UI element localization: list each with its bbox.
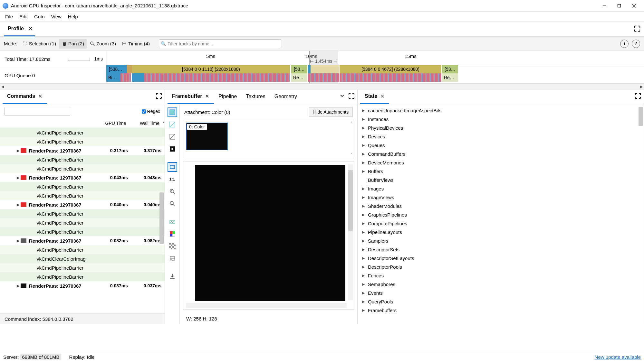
command-row[interactable]: vkCmdPipelineBarrier (0, 128, 165, 137)
profile-tab[interactable]: Profile ✕ (4, 22, 35, 36)
fb-tool-fit[interactable] (168, 162, 177, 172)
help-button[interactable]: ? (632, 40, 640, 48)
state-item[interactable]: ▶Framebuffers (358, 306, 644, 315)
expand-icon[interactable]: ▶ (17, 239, 19, 243)
framebuffer-tab[interactable]: Framebuffer ✕ (168, 89, 214, 104)
menu-help[interactable]: Help (65, 13, 81, 21)
expand-icon[interactable]: ▶ (362, 143, 368, 147)
framebuffer-tab-close-icon[interactable]: ✕ (205, 93, 209, 99)
framebuffer-canvas[interactable] (195, 165, 345, 301)
close-button[interactable] (627, 1, 641, 11)
fb-tool-channels[interactable] (168, 229, 177, 239)
mode-zoom-button[interactable]: Zoom (3) (87, 39, 119, 49)
fb-tool-zoomin[interactable] (168, 187, 177, 196)
expand-icon[interactable]: ▶ (17, 284, 19, 288)
regex-toggle[interactable]: Regex (142, 109, 160, 114)
mode-selection-button[interactable]: Selection (1) (20, 39, 59, 49)
attachment-thumb-0[interactable]: 0: Color (186, 123, 228, 150)
state-scroll-thumb[interactable] (639, 107, 643, 126)
menu-file[interactable]: File (2, 13, 16, 21)
expand-icon[interactable]: ▶ (362, 187, 368, 191)
commands-rows[interactable]: vkCmdPipelineBarriervkCmdPipelineBarrier… (0, 128, 165, 313)
expand-icon[interactable]: ▶ (362, 300, 368, 304)
commands-tab[interactable]: Commands ✕ (3, 89, 47, 104)
filter-tracks-input[interactable] (159, 39, 281, 48)
expand-icon[interactable]: ▶ (362, 108, 368, 113)
geometry-tab[interactable]: Geometry (270, 89, 302, 104)
maximize-button[interactable] (612, 1, 627, 11)
thumbs-scroll-up-icon[interactable]: ˄ (351, 121, 352, 125)
state-item[interactable]: ▶GraphicsPipelines (358, 210, 644, 219)
expand-icon[interactable]: ▶ (362, 126, 368, 130)
expand-icon[interactable]: ▶ (362, 213, 368, 217)
state-item[interactable]: ▶DescriptorSetLayouts (358, 254, 644, 263)
expand-icon[interactable]: ▶ (362, 195, 368, 200)
seg-e-header[interactable]: [538... (442, 65, 458, 73)
state-item[interactable]: ▶DeviceMemories (358, 158, 644, 167)
seg-a-header[interactable]: [5384 0... (106, 65, 127, 73)
thumbs-scroll-down-icon[interactable]: ˅ (351, 153, 352, 157)
expand-icon[interactable]: ▶ (362, 265, 368, 269)
expand-icon[interactable]: ▶ (17, 203, 19, 207)
state-item[interactable]: ▶Devices (358, 132, 644, 141)
fb-tool-depth[interactable] (168, 144, 177, 154)
commands-scroll-thumb[interactable] (159, 192, 164, 244)
state-tab[interactable]: State ✕ (360, 89, 389, 104)
expand-icon[interactable]: ▶ (362, 117, 368, 121)
seg-gap1[interactable] (127, 65, 132, 73)
seg-c-sub[interactable]: Render (291, 73, 307, 82)
info-button[interactable]: i (620, 40, 629, 48)
expand-panel-icon[interactable] (634, 25, 641, 32)
pipeline-tab[interactable]: Pipeline (214, 89, 241, 104)
expand-icon[interactable]: ▶ (362, 204, 368, 208)
gpu-queue-row[interactable]: GPU Queue 0 (0, 67, 106, 83)
profile-tab-close-icon[interactable]: ✕ (28, 25, 33, 32)
col-gpu-time[interactable]: GPU Time (94, 121, 129, 126)
fb-vscroll-thumb[interactable] (348, 170, 353, 231)
menu-edit[interactable]: Edit (16, 13, 31, 21)
state-item[interactable]: ▶Events (358, 289, 644, 297)
expand-icon[interactable]: ▶ (362, 239, 368, 243)
command-row[interactable]: vkCmdPipelineBarrier (0, 209, 165, 218)
state-item[interactable]: ▶ImageViews (358, 193, 644, 202)
state-item[interactable]: ▶cachedUnpackedImageAspectBits (358, 106, 644, 115)
state-item[interactable]: ▶PhysicalDevices (358, 124, 644, 132)
command-row[interactable]: vkCmdPipelineBarrier (0, 191, 165, 200)
seg-b-header[interactable]: [5384 0 0 1110] (2280x1080) (132, 65, 290, 73)
fb-tool-save[interactable] (168, 272, 177, 281)
mode-pan-button[interactable]: Pan (2) (59, 39, 87, 49)
seg-a-sub[interactable]: Binn... (106, 73, 120, 82)
mode-timing-button[interactable]: Timing (4) (119, 39, 152, 49)
commands-expand-icon[interactable] (156, 93, 162, 99)
state-item[interactable]: ▶ComputePipelines (358, 219, 644, 228)
fb-tool-actual[interactable]: 1:1 (168, 174, 177, 184)
command-row[interactable]: vkCmdPipelineBarrier (0, 155, 165, 164)
expand-icon[interactable]: ▶ (17, 176, 19, 180)
framebuffer-expand-icon[interactable] (348, 93, 355, 99)
seg-b-stripes[interactable] (144, 73, 290, 82)
fb-tool-histogram[interactable] (168, 217, 177, 227)
seg-e-sub[interactable]: Render (442, 73, 458, 82)
command-row[interactable]: vkCmdPipelineBarrier (0, 164, 165, 173)
command-row[interactable]: vkCmdPipelineBarrier (0, 137, 165, 146)
scroll-right-icon[interactable]: ▶ (640, 85, 643, 89)
state-item[interactable]: ▶Samplers (358, 237, 644, 245)
seg-d-header[interactable]: [5384 0 0 4672] (2280x1080) (340, 65, 441, 73)
expand-icon[interactable]: ▶ (362, 291, 368, 295)
state-item[interactable]: ▶DescriptorSets (358, 245, 644, 254)
seg-a-stripe[interactable] (120, 73, 127, 82)
expand-icon[interactable]: ▶ (362, 274, 368, 278)
expand-icon[interactable]: ▶ (362, 247, 368, 252)
commands-search-input[interactable] (5, 107, 70, 116)
regex-checkbox[interactable] (142, 109, 146, 114)
seg-g2b[interactable] (308, 73, 339, 82)
seg-b-sub1[interactable] (132, 73, 144, 82)
command-row[interactable]: vkCmdClearColorImag (0, 254, 165, 263)
textures-tab[interactable]: Textures (241, 89, 270, 104)
seg-c-header[interactable]: [538... (291, 65, 307, 73)
seg-g2c[interactable] (311, 65, 339, 73)
command-row[interactable]: vkCmdPipelineBarrier (0, 218, 165, 227)
command-row[interactable]: ▶RenderPass: 129703670.317ms0.317ms (0, 146, 165, 155)
state-item[interactable]: BufferViews (358, 176, 644, 184)
state-expand-icon[interactable] (635, 93, 641, 99)
